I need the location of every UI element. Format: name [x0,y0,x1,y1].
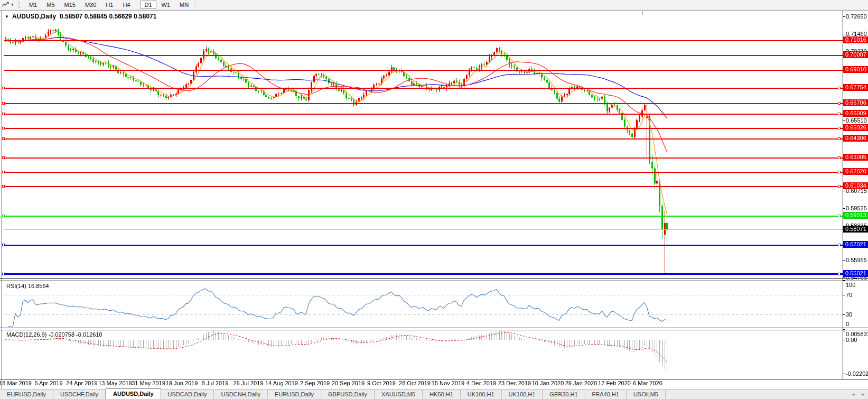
date-axis-label: 15 Nov 2019 [432,380,464,386]
line-handle-right[interactable] [838,156,841,159]
line-handle-right[interactable] [838,273,841,275]
price-level-flag-0.67754: 0.67754 [843,84,868,91]
rsi-scale-label: 100 [846,282,855,288]
price-level-flag-0.71016: 0.71016 [843,36,868,43]
date-axis-label: 28 Oct 2019 [399,380,431,386]
timeframe-button-w1[interactable]: W1 [157,1,175,9]
price-level-line-0.59013[interactable] [4,216,843,217]
chart-symbol-period: AUDUSD,Daily [12,13,56,20]
line-handle-left[interactable] [2,215,5,217]
price-level-line-0.69010[interactable] [4,70,843,71]
rsi-scale-label: 0 [846,321,849,327]
rsi-scale-label: 70 [846,292,852,298]
timeframe-button-m30[interactable]: M30 [81,1,100,9]
price-level-flag-0.65026: 0.65026 [843,124,868,131]
date-axis-label: 29 Jan 2020 [565,380,598,386]
tab-scroll-left-icon[interactable]: ◄ [851,392,855,397]
price-level-line-0.61034[interactable] [4,186,843,187]
chart-tab-hk50-h1[interactable]: HK50,H1 [423,390,461,399]
collapse-triangle-icon[interactable]: ▼ [5,14,9,19]
price-level-line-0.66009[interactable] [4,114,843,115]
chart-tab-usdcnh-daily[interactable]: USDCNH,Daily [214,390,268,399]
line-handle-right[interactable] [838,137,841,140]
line-handle-left[interactable] [2,273,5,275]
line-handle-right[interactable] [838,171,841,173]
timeframe-button-h4[interactable]: H4 [118,1,134,9]
price-level-flag-0.66009: 0.66009 [843,110,868,117]
tab-scroll-nav: ◄ ► [846,392,865,397]
price-level-line-0.71016[interactable] [4,40,843,41]
current-price-line [4,229,843,230]
chart-tab-usoil-m5[interactable]: USOil,M5 [627,390,666,399]
timeframe-button-h1[interactable]: H1 [101,1,117,9]
price-level-flag-0.66706: 0.66706 [843,99,868,106]
chart-tab-usdcad-daily[interactable]: USDCAD,Daily [161,390,214,399]
line-handle-right[interactable] [838,102,841,105]
chart-tab-uk100-h1[interactable]: UK100,H1 [461,390,502,399]
chart-tab-eurusd-daily[interactable]: EURUSD,Daily [268,390,321,399]
chart-cursor-icon[interactable] [2,2,9,8]
chart-tab-bar: EURUSD,DailyUSDCHF,DailyAUDUSD,DailyUSDC… [0,389,868,399]
price-level-line-0.65026[interactable] [4,128,843,129]
chart-tab-xauusd-m5[interactable]: XAUUSD,M5 [375,390,423,399]
price-level-line-0.64306[interactable] [4,138,843,140]
price-level-line-0.57021[interactable] [4,245,843,246]
date-axis-label: 10 Jan 2020 [532,380,564,386]
price-level-flag-0.55021: 0.55021 [843,270,868,277]
date-axis-label: 23 Dec 2019 [498,380,531,386]
price-level-line-0.66706[interactable] [4,103,843,104]
timeframe-button-mn[interactable]: MN [175,1,193,9]
line-handle-left[interactable] [2,102,5,105]
macd-indicator-label: MACD(12,26,9) -0.020758 -0.012610 [6,331,102,338]
timeframe-button-d1[interactable]: D1 [140,1,156,9]
chart-tab-gbpusd-daily[interactable]: GBPUSD,Daily [321,390,375,399]
chart-tab-audusd-daily[interactable]: AUDUSD,Daily [106,388,161,399]
timeframe-button-m15[interactable]: M15 [60,1,80,9]
chart-title: ▼AUDUSD,Daily 0.58507 0.58845 0.56629 0.… [5,13,156,20]
rsi-scale-label: 30 [846,311,852,318]
chart-tab-eurusd-daily[interactable]: EURUSD,Daily [0,390,53,399]
date-axis-label: 17 Feb 2020 [598,380,631,386]
line-handle-right[interactable] [838,185,841,188]
rsi-indicator-label: RSI(14) 16.8564 [6,283,49,289]
line-handle-left[interactable] [2,244,5,246]
chart-tab-usdchf-daily[interactable]: USDCHF,Daily [53,390,106,399]
chart-tab-fra40-h1[interactable]: FRA40,H1 [585,390,627,399]
toolbar-grip [18,2,21,8]
timeframe-button-m1[interactable]: M1 [25,1,41,9]
timeframe-toolbar: ▼ M1M5M15M30H1H4D1W1MN [0,0,868,10]
date-axis-label: 13 May 2019 [98,380,132,386]
date-axis-label: 2 Sep 2019 [300,380,330,386]
line-handle-right[interactable] [838,244,841,246]
line-handle-right[interactable] [838,87,841,89]
line-handle-left[interactable] [2,156,5,159]
line-handle-left[interactable] [2,87,5,89]
line-handle-left[interactable] [2,137,5,140]
line-handle-left[interactable] [2,185,5,188]
chart-shift-marker [642,11,643,15]
date-axis-label: 31 May 2019 [132,380,165,386]
price-level-flag-0.59013: 0.59013 [843,212,868,219]
chart-tab-ger30-h1[interactable]: GER30,H1 [543,390,585,399]
line-handle-left[interactable] [2,171,5,173]
price-level-flag-0.57021: 0.57021 [843,241,868,248]
price-level-line-0.62020[interactable] [4,172,843,173]
line-handle-left[interactable] [2,113,5,115]
price-level-line-0.67754[interactable] [4,88,843,89]
line-handle-right[interactable] [838,113,841,115]
line-handle-right[interactable] [838,215,841,217]
chart-canvas[interactable] [0,0,868,399]
line-handle-left[interactable] [2,127,5,129]
price-level-line-0.70007[interactable] [4,55,843,56]
price-level-flag-0.64306: 0.64306 [843,135,868,142]
macd-scale-label: -0.022024 [846,370,868,377]
date-axis-label: 5 Apr 2019 [34,380,62,386]
price-level-line-0.63005[interactable] [4,157,843,159]
line-handle-right[interactable] [838,127,841,129]
chart-tab-uk100-h1[interactable]: UK100,H1 [502,390,543,399]
toolbar-dropdown-caret[interactable]: ▼ [11,3,14,6]
price-level-flag-0.70007: 0.70007 [843,51,868,58]
tab-scroll-right-icon[interactable]: ► [861,392,865,397]
timeframe-button-m5[interactable]: M5 [42,1,59,9]
price-level-line-0.55021[interactable] [4,273,843,275]
